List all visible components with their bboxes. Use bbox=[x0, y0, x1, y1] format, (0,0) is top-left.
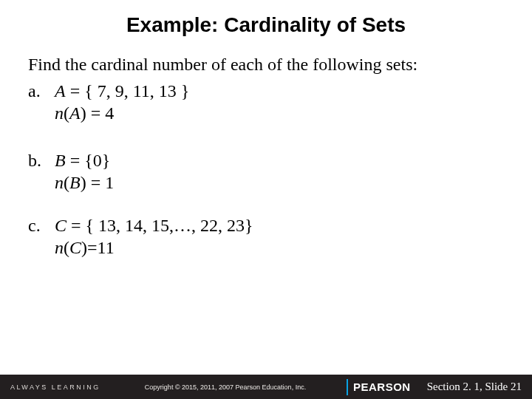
item-set: B = {0} bbox=[55, 149, 516, 171]
item-cardinality: n(B) = 1 bbox=[55, 171, 516, 194]
n-variable: A bbox=[69, 103, 81, 123]
set-variable: A bbox=[55, 81, 66, 100]
n-variable: C bbox=[69, 238, 81, 257]
list-item: a. A = { 7, 9, 11, 13 } n(A) = 4 bbox=[28, 80, 516, 124]
slide: Example: Cardinality of Sets Find the ca… bbox=[0, 0, 532, 399]
item-set: A = { 7, 9, 11, 13 } bbox=[55, 80, 516, 102]
always-learning-text: ALWAYS LEARNING bbox=[10, 383, 100, 391]
n-value: ) = 1 bbox=[81, 173, 115, 192]
set-definition: = { 13, 14, 15,…, 22, 23} bbox=[66, 216, 253, 235]
item-marker: b. bbox=[28, 149, 55, 171]
pearson-bar-icon bbox=[347, 379, 348, 395]
pearson-wordmark: PEARSON bbox=[353, 381, 411, 393]
set-variable: C bbox=[55, 216, 66, 235]
copyright-text: Copyright © 2015, 2011, 2007 Pearson Edu… bbox=[145, 383, 306, 391]
intro-text: Find the cardinal number of each of the … bbox=[28, 53, 516, 75]
footer-bar: ALWAYS LEARNING Copyright © 2015, 2011, … bbox=[0, 375, 532, 399]
item-set: C = { 13, 14, 15,…, 22, 23} bbox=[55, 214, 516, 236]
n-value: )=11 bbox=[81, 238, 115, 257]
item-cardinality: n(A) = 4 bbox=[55, 102, 516, 124]
n-variable: B bbox=[69, 173, 81, 192]
n-function: n bbox=[55, 173, 64, 192]
set-variable: B bbox=[55, 151, 66, 170]
n-function: n bbox=[55, 238, 64, 257]
n-value: ) = 4 bbox=[81, 103, 115, 123]
item-marker: c. bbox=[28, 214, 55, 236]
item-cardinality: n(C)=11 bbox=[55, 236, 516, 259]
item-marker: a. bbox=[28, 80, 55, 102]
slide-number: Section 2. 1, Slide 21 bbox=[427, 381, 522, 393]
pearson-logo: PEARSON bbox=[347, 379, 411, 395]
slide-title: Example: Cardinality of Sets bbox=[0, 13, 532, 37]
n-function: n bbox=[55, 103, 64, 123]
list-item: c. C = { 13, 14, 15,…, 22, 23} n(C)=11 bbox=[28, 214, 516, 259]
list-item: b. B = {0} n(B) = 1 bbox=[28, 149, 516, 194]
set-definition: = { 7, 9, 11, 13 } bbox=[66, 81, 190, 100]
slide-body: Find the cardinal number of each of the … bbox=[0, 53, 532, 375]
set-definition: = {0} bbox=[66, 151, 111, 170]
